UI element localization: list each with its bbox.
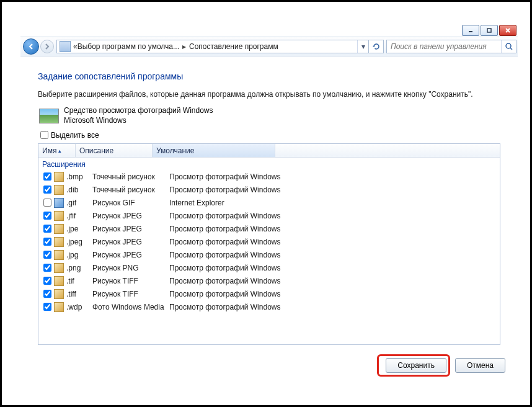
extension-default: Просмотр фотографий Windows <box>169 236 280 248</box>
window: « Выбор программ по умолча... ▸ Сопостав… <box>20 24 518 388</box>
breadcrumb-prev[interactable]: Выбор программ по умолча... <box>78 42 179 51</box>
forward-button[interactable] <box>40 40 54 53</box>
extension-default: Просмотр фотографий Windows <box>169 288 280 300</box>
extension-desc: Фото Windows Media <box>92 302 169 313</box>
breadcrumb-chevrons: « <box>73 42 78 51</box>
select-all-checkbox[interactable]: Выделить все <box>38 129 500 141</box>
file-type-icon <box>54 211 64 221</box>
row-checkbox[interactable] <box>43 225 51 233</box>
extension-row[interactable]: .jfifРисунок JPEGПросмотр фотографий Win… <box>38 209 500 222</box>
breadcrumb-current[interactable]: Сопоставление программ <box>189 42 278 51</box>
search-input[interactable] <box>387 42 501 51</box>
page-title: Задание сопоставлений программы <box>38 71 500 81</box>
extension-default: Просмотр фотографий Windows <box>169 184 280 195</box>
program-name: Средство просмотра фотографий Windows <box>64 106 213 116</box>
extension-desc: Рисунок TIFF <box>92 275 169 287</box>
extension-default: Просмотр фотографий Windows <box>169 275 280 287</box>
content-area: Задание сопоставлений программы Выберите… <box>20 56 518 345</box>
program-vendor: Microsoft Windows <box>64 116 213 126</box>
file-type-icon <box>54 237 64 247</box>
extension-name: .jfif <box>66 210 92 221</box>
row-checkbox[interactable] <box>43 251 51 259</box>
extension-name: .jpeg <box>66 236 92 248</box>
screenshot-frame: « Выбор программ по умолча... ▸ Сопостав… <box>0 0 532 407</box>
svg-rect-1 <box>487 29 491 32</box>
file-type-icon <box>54 185 64 195</box>
extension-row[interactable]: .jpegРисунок JPEGПросмотр фотографий Win… <box>38 235 500 248</box>
row-checkbox[interactable] <box>43 212 51 220</box>
column-default[interactable]: Умолчание <box>153 144 275 157</box>
chevron-right-icon: ▸ <box>182 42 186 51</box>
file-type-icon <box>54 224 64 234</box>
file-type-icon <box>54 289 64 299</box>
column-desc[interactable]: Описание <box>76 144 153 157</box>
row-checkbox[interactable] <box>43 238 51 246</box>
extension-row[interactable]: .gifРисунок GIFInternet Explorer <box>38 196 500 209</box>
back-button[interactable] <box>23 38 39 55</box>
extension-row[interactable]: .tifРисунок TIFFПросмотр фотографий Wind… <box>38 274 500 287</box>
extension-row[interactable]: .tiffРисунок TIFFПросмотр фотографий Win… <box>38 287 500 300</box>
program-icon <box>39 109 59 123</box>
column-name[interactable]: Имя ▴ <box>38 144 76 157</box>
extension-list: Имя ▴ Описание Умолчание Расширения.bmpТ… <box>38 143 500 345</box>
file-type-icon <box>54 172 64 182</box>
control-panel-icon <box>60 41 71 52</box>
extension-row[interactable]: .jpeРисунок JPEGПросмотр фотографий Wind… <box>38 222 500 235</box>
search-icon[interactable] <box>501 40 516 53</box>
row-checkbox[interactable] <box>43 264 51 272</box>
titlebar <box>20 24 518 37</box>
extension-desc: Рисунок JPEG <box>92 223 169 235</box>
extension-desc: Рисунок PNG <box>92 262 169 274</box>
extension-desc: Рисунок JPEG <box>92 210 169 221</box>
sort-asc-icon: ▴ <box>58 148 61 154</box>
extension-row[interactable]: .dibТочечный рисунокПросмотр фотографий … <box>38 183 500 196</box>
row-checkbox[interactable] <box>43 303 51 311</box>
select-all-input[interactable] <box>40 131 48 139</box>
address-dropdown[interactable]: ▾ <box>357 40 368 53</box>
breadcrumb-text: « Выбор программ по умолча... ▸ Сопостав… <box>73 42 357 51</box>
extension-row[interactable]: .pngРисунок PNGПросмотр фотографий Windo… <box>38 261 500 274</box>
extension-name: .jpe <box>66 223 92 235</box>
navbar: « Выбор программ по умолча... ▸ Сопостав… <box>20 37 518 56</box>
extension-default: Просмотр фотографий Windows <box>169 223 280 235</box>
row-checkbox[interactable] <box>43 277 51 285</box>
extension-row[interactable]: .wdpФото Windows MediaПросмотр фотографи… <box>38 300 500 313</box>
file-type-icon <box>54 198 64 208</box>
search-box[interactable] <box>386 40 516 53</box>
extension-row[interactable]: .jpgРисунок JPEGПросмотр фотографий Wind… <box>38 248 500 261</box>
svg-point-4 <box>506 43 511 48</box>
extension-default: Просмотр фотографий Windows <box>169 249 280 261</box>
extension-name: .tiff <box>66 288 92 300</box>
extension-desc: Рисунок JPEG <box>92 236 169 248</box>
file-type-icon <box>54 250 64 260</box>
extension-name: .png <box>66 262 92 274</box>
maximize-button[interactable] <box>481 25 498 36</box>
save-button[interactable]: Сохранить <box>386 358 446 373</box>
minimize-button[interactable] <box>462 25 479 36</box>
highlight-annotation: Сохранить <box>377 354 450 377</box>
row-checkbox[interactable] <box>43 186 51 194</box>
file-type-icon <box>54 302 64 312</box>
close-button[interactable] <box>499 25 516 36</box>
row-checkbox[interactable] <box>43 172 51 181</box>
extension-name: .gif <box>66 197 92 208</box>
refresh-button[interactable] <box>368 40 383 53</box>
extension-name: .tif <box>66 275 92 287</box>
extension-default: Просмотр фотографий Windows <box>169 171 280 182</box>
page-description: Выберите расширения файлов, которые данн… <box>38 90 500 99</box>
row-checkbox[interactable] <box>43 290 51 298</box>
extension-name: .wdp <box>66 302 92 313</box>
extension-desc: Рисунок TIFF <box>92 288 169 300</box>
extension-row[interactable]: .bmpТочечный рисунокПросмотр фотографий … <box>38 170 500 183</box>
footer: Сохранить Отмена <box>377 354 505 377</box>
cancel-button[interactable]: Отмена <box>455 358 505 373</box>
extension-desc: Точечный рисунок <box>92 171 169 182</box>
file-type-icon <box>54 263 64 273</box>
extension-default: Просмотр фотографий Windows <box>169 302 280 313</box>
extension-name: .bmp <box>66 171 92 182</box>
extension-desc: Точечный рисунок <box>92 184 169 195</box>
row-checkbox[interactable] <box>43 199 51 207</box>
address-bar[interactable]: « Выбор программ по умолча... ▸ Сопостав… <box>56 40 384 53</box>
extension-desc: Рисунок JPEG <box>92 249 169 261</box>
extension-desc: Рисунок GIF <box>92 197 169 208</box>
